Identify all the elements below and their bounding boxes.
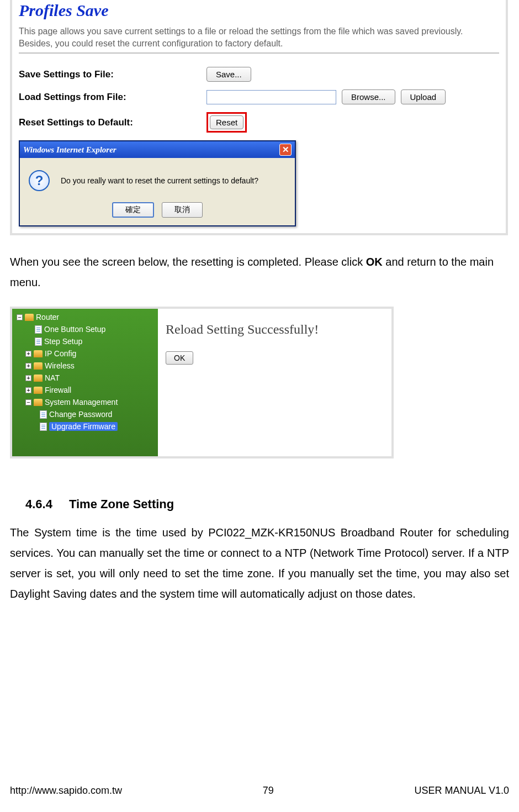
page-title: Profiles Save [19,0,499,25]
dialog-ok-button[interactable]: 確定 [112,202,154,218]
section-number: 4.6.4 [25,497,52,511]
divider [19,52,499,54]
document-icon [40,410,47,419]
save-label: Save Settings to File: [19,69,206,80]
section-heading: 4.6.4Time Zone Setting [25,497,509,512]
tree-item-firewall[interactable]: + Firewall [12,384,158,396]
page-description: This page allows you save current settin… [19,25,499,49]
load-label: Load Settings from File: [19,92,206,103]
reload-success-screenshot: − Router One Button Setup Step Setup + I… [10,307,394,458]
folder-icon [34,375,43,382]
tree-item-onebutton[interactable]: One Button Setup [12,323,158,335]
tree-root[interactable]: − Router [12,311,158,323]
document-icon [35,325,42,334]
file-path-input[interactable] [206,90,336,104]
load-settings-row: Load Settings from File: Browse... Uploa… [19,89,499,104]
save-settings-row: Save Settings to File: Save... [19,67,499,82]
folder-icon [34,399,43,406]
ok-button[interactable]: OK [166,351,193,365]
tree-item-sysmgmt[interactable]: − System Management [12,396,158,408]
content-pane: Reload Setting Successfully! OK [158,309,391,456]
profiles-save-screenshot: Profiles Save This page allows you save … [10,0,508,235]
collapse-icon[interactable]: − [25,399,31,405]
tree-item-ipconfig[interactable]: + IP Config [12,347,158,360]
reset-highlight: Reset [206,112,247,133]
folder-icon [25,314,34,321]
section-body: The System time is the time used by PCI0… [10,523,509,604]
browse-button[interactable]: Browse... [342,89,395,104]
document-icon [40,423,47,431]
upload-button[interactable]: Upload [401,89,446,104]
expand-icon[interactable]: + [25,363,31,369]
save-button[interactable]: Save... [206,67,251,82]
tree-item-stepsetup[interactable]: Step Setup [12,335,158,347]
section-title: Time Zone Setting [69,497,174,511]
reset-button[interactable]: Reset [210,115,243,129]
footer-version: USER MANUAL V1.0 [415,785,509,797]
footer-url: http://www.sapido.com.tw [10,785,122,797]
dialog-title: Windows Internet Explorer [23,145,116,155]
tree-item-upgradefw[interactable]: Upgrade Firmware [12,420,158,433]
tree-item-changepw[interactable]: Change Password [12,408,158,420]
expand-icon[interactable]: + [25,351,31,357]
dialog-cancel-button[interactable]: 取消 [162,202,203,218]
close-icon[interactable]: ✕ [279,144,292,156]
instruction-paragraph: When you see the screen below, the reset… [10,252,509,293]
page-footer: http://www.sapido.com.tw 79 USER MANUAL … [10,785,509,797]
dialog-message: Do you really want to reset the current … [61,176,258,185]
dialog-titlebar[interactable]: Windows Internet Explorer ✕ [20,141,295,158]
folder-icon [34,350,43,357]
dialog-body: ? Do you really want to reset the curren… [20,158,295,225]
reset-label: Reset Settings to Default: [19,117,206,128]
expand-icon[interactable]: + [25,387,31,393]
tree-item-wireless[interactable]: + Wireless [12,360,158,372]
confirm-dialog: Windows Internet Explorer ✕ ? Do you rea… [19,140,296,226]
folder-icon [34,387,43,394]
collapse-icon[interactable]: − [17,314,23,320]
folder-icon [34,362,43,370]
tree-item-nat[interactable]: + NAT [12,372,158,384]
footer-page: 79 [263,785,274,797]
reload-success-message: Reload Setting Successfully! [166,322,384,337]
expand-icon[interactable]: + [25,375,31,381]
nav-tree: − Router One Button Setup Step Setup + I… [12,309,158,456]
question-icon: ? [29,170,50,191]
document-icon [35,338,42,346]
reset-settings-row: Reset Settings to Default: Reset [19,112,499,133]
